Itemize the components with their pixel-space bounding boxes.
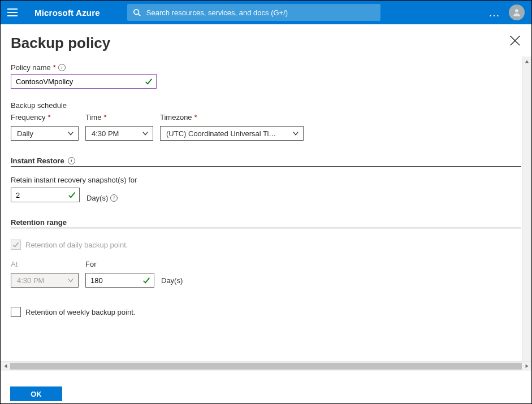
at-time-select: 4:30 PM <box>11 273 79 288</box>
horizontal-scrollbar[interactable] <box>1 361 531 371</box>
search-placeholder: Search resources, services, and docs (G+… <box>146 8 288 17</box>
info-icon[interactable]: i <box>58 64 66 71</box>
top-bar: Microsoft Azure Search resources, servic… <box>1 1 531 24</box>
page-title: Backup policy <box>11 34 509 52</box>
ok-button[interactable]: OK <box>10 386 62 401</box>
time-label: Time* <box>85 113 153 121</box>
scrollbar-thumb[interactable] <box>10 363 522 370</box>
check-icon <box>12 241 19 248</box>
daily-retention-label: Retention of daily backup point. <box>25 241 128 249</box>
at-label: At <box>11 260 79 268</box>
for-field[interactable] <box>85 273 154 288</box>
instant-retain-label: Retain instant recovery snapshot(s) for <box>11 176 521 184</box>
weekly-retention-checkbox[interactable] <box>11 307 21 317</box>
timezone-select[interactable]: (UTC) Coordinated Universal Ti… <box>160 126 304 141</box>
check-icon <box>142 276 150 284</box>
avatar[interactable] <box>509 5 525 20</box>
for-label: For <box>85 260 154 268</box>
content-scroll-area: Policy name * i Backup schedule Frequenc… <box>1 57 531 371</box>
info-icon[interactable]: i <box>110 194 118 202</box>
daily-retention-checkbox <box>11 240 21 250</box>
policy-name-input[interactable] <box>16 77 141 86</box>
svg-marker-5 <box>525 60 529 63</box>
instant-retain-input[interactable] <box>16 191 64 199</box>
policy-name-field[interactable] <box>11 74 157 89</box>
close-icon <box>509 34 521 47</box>
schedule-header: Backup schedule <box>11 101 521 110</box>
info-icon[interactable]: i <box>68 157 75 164</box>
for-input[interactable] <box>90 276 139 285</box>
hamburger-icon[interactable] <box>7 7 19 18</box>
blade-header: Backup policy <box>1 24 531 57</box>
close-button[interactable] <box>509 34 521 47</box>
chevron-down-icon <box>67 129 75 137</box>
policy-name-label: Policy name * i <box>11 63 521 72</box>
search-icon <box>133 8 141 16</box>
frequency-label: Frequency* <box>11 113 79 121</box>
scroll-left-arrow[interactable] <box>1 362 10 371</box>
retention-range-header: Retention range <box>11 218 521 228</box>
svg-line-1 <box>138 14 140 16</box>
instant-retain-field[interactable] <box>11 188 80 202</box>
svg-point-2 <box>515 9 518 12</box>
scroll-right-arrow[interactable] <box>522 362 531 371</box>
vertical-scrollbar[interactable] <box>522 57 531 371</box>
time-select[interactable]: 4:30 PM <box>85 126 153 141</box>
timezone-label: Timezone* <box>160 113 304 121</box>
svg-point-0 <box>134 10 139 15</box>
check-icon <box>145 77 153 85</box>
check-icon <box>68 191 76 199</box>
chevron-down-icon <box>141 129 149 137</box>
scroll-up-arrow[interactable] <box>522 57 531 66</box>
svg-marker-8 <box>525 364 528 368</box>
required-marker: * <box>53 63 56 72</box>
chevron-down-icon <box>292 129 300 137</box>
frequency-select[interactable]: Daily <box>11 126 79 141</box>
user-icon <box>512 7 522 18</box>
instant-retain-unit: Day(s) i <box>86 194 118 202</box>
chevron-down-icon <box>67 276 75 284</box>
more-icon[interactable]: … <box>488 6 501 19</box>
svg-marker-7 <box>4 364 7 368</box>
search-input[interactable]: Search resources, services, and docs (G+… <box>127 4 380 21</box>
daily-retention-row: Retention of daily backup point. <box>11 240 521 250</box>
weekly-retention-row: Retention of weekly backup point. <box>11 307 521 317</box>
for-unit: Day(s) <box>161 273 183 288</box>
brand-text: Microsoft Azure <box>34 8 100 18</box>
weekly-retention-label: Retention of weekly backup point. <box>25 308 135 316</box>
instant-restore-header: Instant Restore i <box>11 157 521 167</box>
form-content: Policy name * i Backup schedule Frequenc… <box>1 57 531 319</box>
